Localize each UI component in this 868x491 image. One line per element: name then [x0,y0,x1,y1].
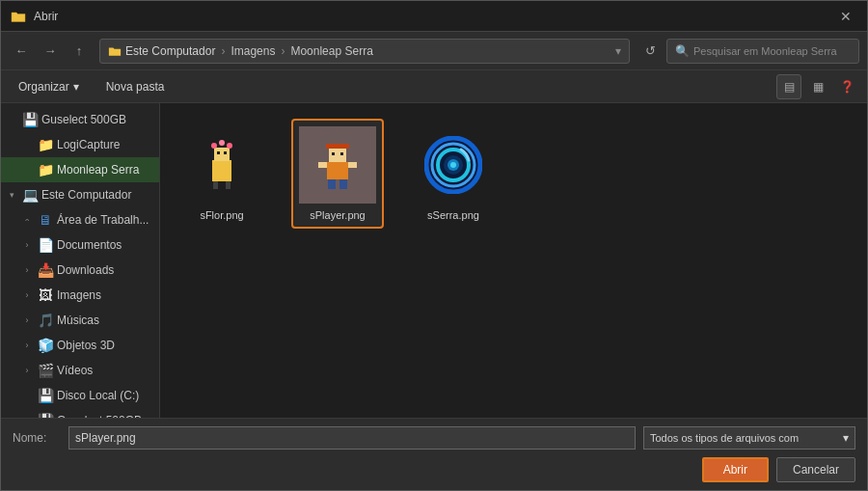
desktop-icon: 🖥 [38,212,53,228]
svg-point-8 [227,143,232,149]
view-grid-button[interactable]: ▦ [805,74,830,99]
breadcrumb-part3: Moonleap Serra [290,44,372,58]
view-help-button[interactable]: ❓ [834,74,859,99]
sidebar-item-label: Imagens [57,288,155,302]
sidebar-item-label: Vídeos [57,364,155,377]
chevron-right-icon: › [20,213,34,227]
organize-label: Organizar [18,80,69,94]
file-item-splayer[interactable]: sPlayer.png [291,119,384,229]
svg-rect-10 [329,149,346,162]
svg-rect-4 [213,181,218,189]
folder-icon: 📁 [38,162,53,177]
sidebar-item-label: Downloads [57,263,155,277]
filetype-arrow-icon: ▾ [843,431,849,445]
file-thumb-sflor [183,126,260,204]
sidebar-item-label: Guselect 500GB [41,113,155,126]
drive-c-icon: 💾 [38,388,53,403]
svg-rect-14 [328,179,336,189]
new-folder-button[interactable]: Nova pasta [96,74,175,99]
sidebar-item-label: Objetos 3D [57,339,155,352]
drive-icon: 💾 [22,112,38,127]
svg-rect-17 [348,162,357,168]
svg-rect-1 [214,148,230,161]
filetype-select[interactable]: Todos os tipos de arquivos com ▾ [643,426,855,450]
up-button[interactable]: ↑ [67,39,92,64]
sidebar-item-logicapture[interactable]: 📁 LogiCapture [1,132,159,157]
organize-button[interactable]: Organizar ▾ [9,74,89,99]
open-dialog: Abrir ✕ ← → ↑ Este Computador › Imagens … [0,0,868,491]
breadcrumb-dropdown-icon: ▾ [615,44,621,58]
chevron-right-icon: › [20,288,34,302]
title-bar: Abrir ✕ [1,1,867,32]
action-bar: Organizar ▾ Nova pasta ▤ ▦ ❓ [1,70,867,103]
player-bg [299,126,376,204]
svg-rect-3 [224,151,227,154]
sflor-sprite [193,136,251,194]
sidebar-item-disco-local-c[interactable]: 💾 Disco Local (C:) [1,383,159,408]
sidebar-item-guselect-500gb-1[interactable]: 💾 Guselect 500GB [1,107,159,132]
refresh-button[interactable]: ↺ [637,39,663,64]
sidebar-item-label: LogiCapture [57,138,155,151]
sidebar: 💾 Guselect 500GB 📁 LogiCapture 📁 Moonlea… [1,103,160,418]
file-item-sflor[interactable]: sFlor.png [176,119,268,229]
sidebar-item-musicas[interactable]: › 🎵 Músicas [1,308,159,333]
filename-input[interactable] [68,426,636,450]
file-name-sflor: sFlor.png [200,209,243,221]
file-name-sserra: sSerra.png [427,209,479,221]
sidebar-item-label: Área de Trabalh... [57,213,155,227]
file-thumb-sserra [415,126,492,204]
chevron-icon [20,138,34,151]
sidebar-item-label: Moonleap Serra [57,163,155,177]
sidebar-item-objetos-3d[interactable]: › 🧊 Objetos 3D [1,333,159,358]
sidebar-item-area-de-trabalho[interactable]: › 🖥 Área de Trabalh... [1,207,159,232]
sidebar-item-imagens[interactable]: › 🖼 Imagens [1,283,159,308]
filename-row: Nome: Todos os tipos de arquivos com ▾ [13,426,855,450]
chevron-icon [5,113,18,126]
dialog-title: Abrir [34,10,58,23]
computer-icon: 💻 [22,187,38,203]
dialog-icon [11,9,26,24]
toolbar: ← → ↑ Este Computador › Imagens › Moonle… [1,32,867,70]
back-button[interactable]: ← [9,39,34,64]
splayer-sprite [309,136,366,194]
cancel-button[interactable]: Cancelar [776,457,855,482]
svg-point-6 [211,143,217,149]
sidebar-item-moonleap-serra[interactable]: 📁 Moonleap Serra [1,157,159,182]
sidebar-item-downloads[interactable]: › 📥 Downloads [1,258,159,283]
sidebar-item-videos[interactable]: › 🎬 Vídeos [1,358,159,383]
breadcrumb-part1: Este Computador [125,44,215,58]
action-buttons: Abrir Cancelar [13,457,855,482]
file-item-sserra[interactable]: sSerra.png [407,119,500,229]
filetype-label: Todos os tipos de arquivos com [650,432,799,444]
breadcrumb-folder-icon [108,44,122,58]
open-button[interactable]: Abrir [702,457,769,482]
sidebar-item-label: Documentos [57,238,155,252]
drive-icon-2: 💾 [38,413,53,418]
sidebar-item-label: Este Computador [41,188,155,202]
videos-icon: 🎬 [38,363,53,378]
documents-icon: 📄 [38,237,53,253]
chevron-icon [20,389,34,402]
breadcrumb-sep2: › [281,44,285,58]
sidebar-item-label: Guselect 500GB [57,414,155,418]
forward-button[interactable]: → [38,39,63,64]
name-label: Nome: [13,431,61,445]
breadcrumb-bar[interactable]: Este Computador › Imagens › Moonleap Ser… [99,39,630,64]
sidebar-item-este-computador[interactable]: ▾ 💻 Este Computador [1,182,159,207]
file-thumb-splayer [299,126,376,204]
view-buttons: ▤ ▦ ❓ [776,74,859,99]
sidebar-item-documentos[interactable]: › 📄 Documentos [1,232,159,258]
chevron-icon [20,414,34,418]
file-name-splayer: sPlayer.png [310,209,365,221]
svg-rect-13 [327,162,348,179]
chevron-right-icon: › [20,314,34,327]
search-placeholder: Pesquisar em Moonleap Serra [693,45,837,57]
chevron-icon [20,163,34,177]
organize-arrow-icon: ▾ [73,80,79,94]
downloads-icon: 📥 [38,262,53,278]
search-bar[interactable]: 🔍 Pesquisar em Moonleap Serra [666,39,859,64]
sidebar-item-guselect-500gb-2[interactable]: 💾 Guselect 500GB [1,408,159,418]
new-folder-label: Nova pasta [106,80,165,94]
view-list-button[interactable]: ▤ [776,74,801,99]
close-button[interactable]: ✕ [834,5,857,28]
